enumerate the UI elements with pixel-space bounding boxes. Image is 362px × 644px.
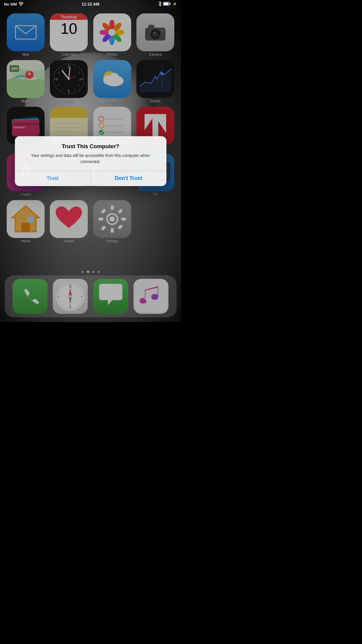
status-right: ⚡ bbox=[159, 1, 177, 7]
alert-content: Trust This Computer? Your settings and d… bbox=[15, 136, 166, 171]
alert-title: Trust This Computer? bbox=[23, 143, 158, 150]
alert-buttons: Trust Don't Trust bbox=[15, 171, 166, 186]
alert-dialog: Trust This Computer? Your settings and d… bbox=[15, 136, 166, 186]
svg-rect-2 bbox=[164, 2, 169, 5]
alert-overlay: Trust This Computer? Your settings and d… bbox=[0, 0, 181, 322]
wifi-icon bbox=[18, 2, 24, 7]
status-bar: No SIM 11:12 AM ⚡ bbox=[0, 0, 181, 8]
status-left: No SIM bbox=[4, 2, 24, 7]
charging-icon: ⚡ bbox=[173, 2, 177, 6]
svg-point-0 bbox=[21, 5, 22, 6]
alert-message: Your settings and data will be accessibl… bbox=[23, 153, 158, 165]
bluetooth-icon bbox=[159, 1, 161, 7]
trust-button[interactable]: Trust bbox=[15, 171, 91, 186]
dont-trust-button[interactable]: Don't Trust bbox=[91, 171, 166, 186]
carrier-label: No SIM bbox=[4, 2, 17, 6]
battery-icon bbox=[163, 2, 171, 7]
status-time: 11:12 AM bbox=[82, 2, 99, 6]
